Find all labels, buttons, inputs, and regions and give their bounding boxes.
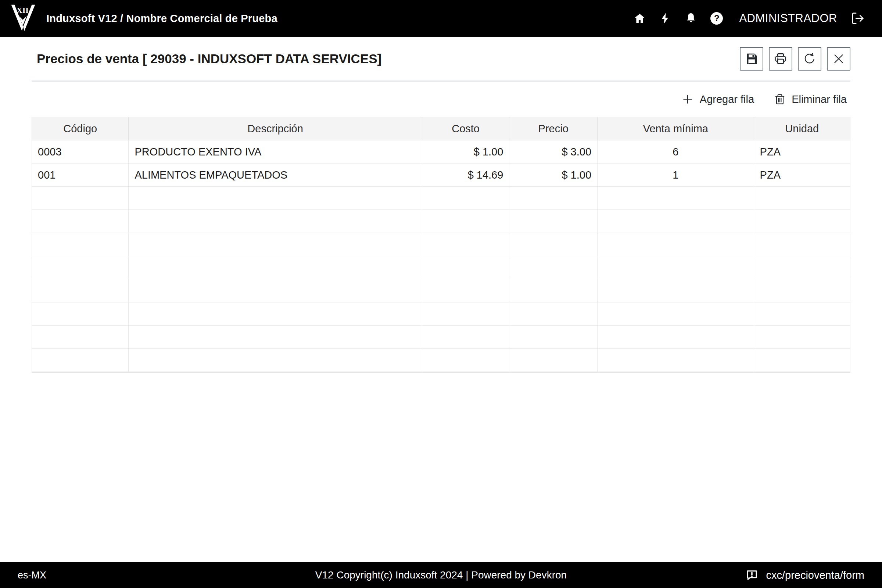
cell-costo[interactable]: $ 1.00 (422, 140, 509, 164)
column-header-descripcion: Descripción (129, 117, 422, 140)
cell-costo[interactable] (422, 326, 509, 349)
delete-row-label: Eliminar fila (792, 93, 847, 105)
cell-precio[interactable]: $ 3.00 (509, 140, 597, 164)
cell-venta-minima[interactable] (597, 303, 754, 326)
cell-codigo[interactable] (32, 233, 129, 256)
app-window: XII Induxsoft V12 / Nombre Comercial de … (0, 0, 882, 588)
cell-unidad[interactable]: PZA (754, 140, 850, 164)
feedback-bubble-icon (745, 568, 759, 582)
print-button[interactable] (769, 47, 792, 70)
cell-venta-minima[interactable] (597, 256, 754, 279)
cell-unidad[interactable] (754, 349, 850, 373)
help-glyph: ? (714, 13, 720, 24)
cell-venta-minima[interactable] (597, 187, 754, 210)
cell-codigo[interactable]: 001 (32, 164, 129, 187)
cell-unidad[interactable]: PZA (754, 164, 850, 187)
cell-venta-minima[interactable] (597, 210, 754, 233)
delete-row-button[interactable]: Eliminar fila (774, 93, 847, 105)
prices-table: CódigoDescripciónCostoPrecioVenta mínima… (32, 117, 850, 373)
cell-codigo[interactable]: 0003 (32, 140, 129, 164)
route-link[interactable]: cxc/precioventa/form (745, 568, 864, 582)
cell-venta-minima[interactable] (597, 326, 754, 349)
cell-precio[interactable] (509, 349, 597, 373)
empty-row (32, 349, 850, 373)
cell-unidad[interactable] (754, 303, 850, 326)
empty-row (32, 303, 850, 326)
cell-codigo[interactable] (32, 187, 129, 210)
cell-precio[interactable]: $ 1.00 (509, 164, 597, 187)
cell-costo[interactable] (422, 303, 509, 326)
app-logo[interactable]: XII (8, 3, 38, 34)
save-icon (744, 52, 759, 66)
cell-costo[interactable] (422, 279, 509, 303)
refresh-button[interactable] (798, 47, 821, 70)
plus-icon (681, 93, 694, 105)
cell-precio[interactable] (509, 233, 597, 256)
cell-precio[interactable] (509, 279, 597, 303)
bell-icon[interactable] (685, 12, 697, 25)
help-icon[interactable]: ? (710, 12, 723, 25)
table-row: 001ALIMENTOS EMPAQUETADOS$ 14.69$ 1.001P… (32, 164, 850, 187)
cell-codigo[interactable] (32, 326, 129, 349)
cell-codigo[interactable] (32, 279, 129, 303)
cell-unidad[interactable] (754, 279, 850, 303)
save-button[interactable] (740, 47, 763, 70)
cell-precio[interactable] (509, 210, 597, 233)
empty-row (32, 256, 850, 279)
cell-costo[interactable] (422, 187, 509, 210)
cell-unidad[interactable] (754, 326, 850, 349)
close-icon (832, 52, 845, 65)
cell-precio[interactable] (509, 303, 597, 326)
cell-precio[interactable] (509, 326, 597, 349)
cell-unidad[interactable] (754, 256, 850, 279)
cell-codigo[interactable] (32, 256, 129, 279)
lightning-icon[interactable] (659, 12, 671, 25)
cell-venta-minima[interactable] (597, 233, 754, 256)
header-row: CódigoDescripciónCostoPrecioVenta mínima… (32, 117, 850, 140)
empty-row (32, 279, 850, 303)
cell-venta-minima[interactable] (597, 279, 754, 303)
logout-icon[interactable] (850, 11, 865, 26)
cell-codigo[interactable] (32, 303, 129, 326)
top-bar: XII Induxsoft V12 / Nombre Comercial de … (0, 0, 882, 37)
cell-codigo[interactable] (32, 349, 129, 373)
cell-descripcion[interactable]: PRODUCTO EXENTO IVA (129, 140, 422, 164)
cell-costo[interactable] (422, 256, 509, 279)
home-icon[interactable] (633, 12, 646, 25)
cell-descripcion[interactable] (129, 303, 422, 326)
route-text: cxc/precioventa/form (766, 569, 864, 581)
topbar-actions: ? ADMINISTRADOR (633, 11, 865, 26)
cell-descripcion[interactable] (129, 233, 422, 256)
cell-costo[interactable] (422, 349, 509, 373)
empty-row (32, 210, 850, 233)
cell-venta-minima[interactable]: 6 (597, 140, 754, 164)
cell-unidad[interactable] (754, 187, 850, 210)
cell-descripcion[interactable] (129, 256, 422, 279)
cell-descripcion[interactable] (129, 210, 422, 233)
cell-costo[interactable] (422, 210, 509, 233)
cell-descripcion[interactable] (129, 326, 422, 349)
add-row-label: Agregar fila (700, 93, 754, 105)
cell-unidad[interactable] (754, 210, 850, 233)
cell-descripcion[interactable] (129, 349, 422, 373)
table-body: 0003PRODUCTO EXENTO IVA$ 1.00$ 3.006PZA0… (32, 140, 850, 373)
cell-venta-minima[interactable] (597, 349, 754, 373)
user-name[interactable]: ADMINISTRADOR (739, 12, 837, 25)
cell-precio[interactable] (509, 256, 597, 279)
cell-descripcion[interactable] (129, 279, 422, 303)
cell-venta-minima[interactable]: 1 (597, 164, 754, 187)
cell-costo[interactable]: $ 14.69 (422, 164, 509, 187)
logo-text: XII (16, 6, 28, 15)
title-row: Precios de venta [ 29039 - INDUXSOFT DAT… (0, 37, 882, 81)
add-row-button[interactable]: Agregar fila (681, 93, 754, 105)
cell-descripcion[interactable] (129, 187, 422, 210)
cell-precio[interactable] (509, 187, 597, 210)
column-header-codigo: Código (32, 117, 129, 140)
cell-costo[interactable] (422, 233, 509, 256)
cell-descripcion[interactable]: ALIMENTOS EMPAQUETADOS (129, 164, 422, 187)
cell-unidad[interactable] (754, 233, 850, 256)
cell-codigo[interactable] (32, 210, 129, 233)
footer-bar: es-MX V12 Copyright(c) Induxsoft 2024 | … (0, 562, 882, 588)
close-button[interactable] (827, 47, 850, 70)
empty-row (32, 326, 850, 349)
